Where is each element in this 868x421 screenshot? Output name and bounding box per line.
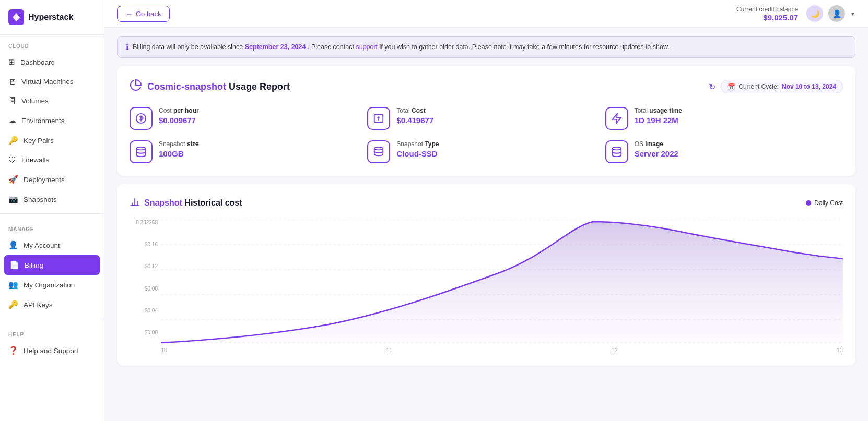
chart-title: Snapshot Historical cost	[130, 197, 242, 209]
snapshot-size-value: 100GB	[159, 149, 199, 158]
sidebar-item-key-pairs[interactable]: 🔑 Key Pairs	[0, 130, 104, 150]
sidebar-item-deployments[interactable]: 🚀 Deployments	[0, 170, 104, 189]
x-label-10: 10	[161, 347, 167, 353]
go-back-label: Go back	[136, 10, 161, 18]
header-icons: 🌙 👤 ▼	[806, 5, 855, 22]
x-label-12: 12	[612, 347, 618, 353]
banner-text: Billing data will only be available sinc…	[133, 43, 670, 51]
billing-icon: 📄	[9, 260, 19, 270]
help-section-label: HELP	[0, 323, 104, 341]
banner-date: September 23, 2024	[245, 43, 306, 51]
sidebar-item-help-and-support[interactable]: ❓ Help and Support	[0, 341, 104, 360]
usage-time-value: 1D 19H 22M	[635, 116, 682, 125]
usage-report-header: Cosmic-snapshot Usage Report ↻ 📅 Current…	[130, 79, 843, 94]
vm-icon: 🖥	[8, 77, 16, 86]
theme-toggle-button[interactable]: 🌙	[806, 5, 823, 22]
stats-grid: Cost per hour $0.009677 Total Cost $0.41…	[130, 107, 843, 163]
usage-report-icon	[130, 79, 142, 94]
chart-header: Snapshot Historical cost Daily Cost	[130, 197, 843, 209]
cloud-section-label: CLOUD	[0, 35, 104, 52]
stat-cost-per-hour: Cost per hour $0.009677	[130, 107, 367, 130]
stat-usage-time: Total usage time 1D 19H 22M	[605, 107, 843, 130]
legend-label: Daily Cost	[814, 199, 843, 207]
go-back-button[interactable]: ← Go back	[117, 6, 170, 22]
credit-balance: Current credit balance $9,025.07	[736, 6, 798, 22]
sidebar-item-my-account[interactable]: 👤 My Account	[0, 235, 104, 255]
sidebar: Hyperstack CLOUD ⊞ Dashboard 🖥 Virtual M…	[0, 0, 104, 421]
logo-icon	[8, 9, 24, 25]
y-label-1: $0.16	[130, 242, 158, 247]
sidebar-item-label: Key Pairs	[24, 137, 54, 145]
sidebar-item-label: My Account	[24, 242, 60, 249]
snapshot-name: Cosmic-snapshot	[147, 81, 226, 92]
svg-point-4	[137, 147, 146, 150]
sidebar-item-volumes[interactable]: 🗄 Volumes	[0, 91, 104, 111]
sidebar-item-my-organization[interactable]: 👥 My Organization	[0, 275, 104, 295]
sidebar-item-environments[interactable]: ☁ Environments	[0, 111, 104, 130]
cycle-badge: 📅 Current Cycle: Nov 10 to 13, 2024	[721, 80, 843, 93]
chevron-down-icon[interactable]: ▼	[850, 11, 855, 17]
manage-section-label: MANAGE	[0, 218, 104, 235]
cost-icon	[130, 107, 153, 130]
y-label-bottom: $0.00	[130, 330, 158, 335]
sidebar-item-label: Snapshots	[24, 196, 57, 203]
svg-marker-3	[612, 114, 621, 123]
y-label-4: $0.04	[130, 308, 158, 314]
help-icon: ❓	[8, 346, 18, 355]
snapshots-icon: 📷	[8, 195, 18, 204]
arrow-left-icon: ←	[126, 10, 133, 18]
cost-per-hour-value: $0.009677	[159, 116, 199, 125]
sidebar-item-dashboard[interactable]: ⊞ Dashboard	[0, 52, 104, 72]
chart-svg-container	[161, 220, 843, 345]
key-pairs-icon: 🔑	[8, 136, 18, 145]
main-content: ← Go back Current credit balance $9,025.…	[104, 0, 868, 421]
snapshot-size-info: Snapshot size 100GB	[159, 140, 199, 158]
sidebar-item-label: My Organization	[24, 281, 75, 289]
stat-snapshot-size: Snapshot size 100GB	[130, 140, 367, 163]
total-cost-value: $0.419677	[396, 116, 433, 125]
sidebar-item-billing[interactable]: 📄 Billing	[4, 255, 100, 275]
calendar-icon: 📅	[728, 83, 735, 90]
os-image-value: Server 2022	[635, 149, 678, 158]
y-label-3: $0.08	[130, 286, 158, 292]
stat-snapshot-type: Snapshot Type Cloud-SSD	[367, 140, 605, 163]
my-account-icon: 👤	[8, 240, 18, 250]
chart-with-yaxis: 0.232258 $0.16 $0.12 $0.08 $0.04 $0.00	[130, 220, 843, 345]
deployments-icon: 🚀	[8, 175, 18, 184]
svg-point-6	[612, 147, 621, 150]
y-label-2: $0.12	[130, 263, 158, 269]
chart-title-prefix: Snapshot	[144, 198, 182, 207]
cost-per-hour-info: Cost per hour $0.009677	[159, 107, 199, 125]
sidebar-item-virtual-machines[interactable]: 🖥 Virtual Machines	[0, 72, 104, 91]
sidebar-item-snapshots[interactable]: 📷 Snapshots	[0, 189, 104, 209]
stat-os-image: OS image Server 2022	[605, 140, 843, 163]
usage-time-info: Total usage time 1D 19H 22M	[635, 107, 682, 125]
stat-total-cost: Total Cost $0.419677	[367, 107, 605, 130]
refresh-icon[interactable]: ↻	[709, 82, 715, 92]
sidebar-item-firewalls[interactable]: 🛡 Firewalls	[0, 150, 104, 170]
os-image-info: OS image Server 2022	[635, 140, 678, 158]
usage-report-card: Cosmic-snapshot Usage Report ↻ 📅 Current…	[117, 66, 855, 176]
chart-container: 0.232258 $0.16 $0.12 $0.08 $0.04 $0.00	[130, 220, 843, 353]
firewalls-icon: 🛡	[8, 155, 16, 164]
usage-time-icon	[605, 107, 628, 130]
sidebar-item-label: Firewalls	[21, 156, 49, 164]
snapshot-type-icon	[367, 140, 390, 163]
snapshot-size-icon	[130, 140, 153, 163]
sidebar-item-label: Help and Support	[24, 347, 78, 355]
header-right: Current credit balance $9,025.07 🌙 👤 ▼	[736, 5, 855, 22]
top-header: ← Go back Current credit balance $9,025.…	[104, 0, 868, 28]
info-banner: ℹ Billing data will only be available si…	[117, 36, 855, 58]
x-label-11: 11	[386, 347, 392, 353]
y-axis: 0.232258 $0.16 $0.12 $0.08 $0.04 $0.00	[130, 220, 161, 345]
sidebar-divider-2	[0, 319, 104, 319]
sidebar-item-label: Dashboard	[20, 58, 55, 66]
support-link[interactable]: support	[356, 43, 378, 51]
sidebar-item-label: Volumes	[21, 97, 49, 105]
sidebar-item-api-keys[interactable]: 🔑 API Keys	[0, 295, 104, 315]
sidebar-item-label: Virtual Machines	[21, 78, 74, 86]
user-avatar[interactable]: 👤	[828, 5, 845, 22]
x-label-13: 13	[837, 347, 843, 353]
cycle-dates: Nov 10 to 13, 2024	[782, 83, 836, 90]
os-image-icon	[605, 140, 628, 163]
